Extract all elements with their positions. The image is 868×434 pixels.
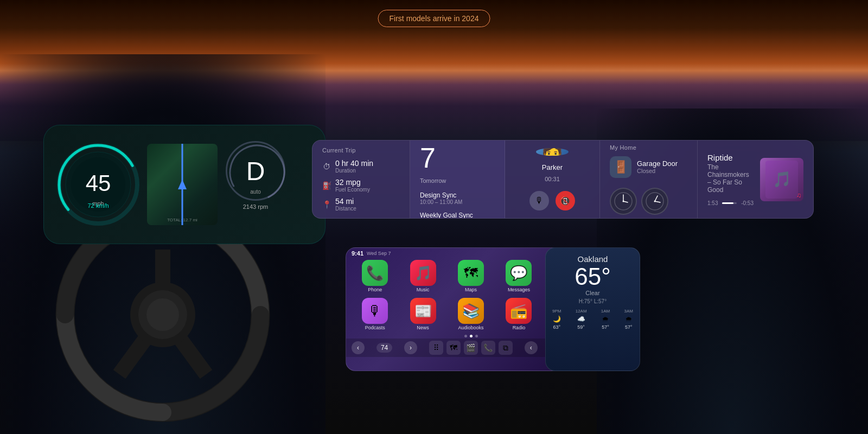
trip-duration-value: 0 hr 40 min [335,159,373,168]
page-dot-3 [475,335,478,337]
home-title: My Home [610,144,687,151]
weather-hour-3-temp: 57° [602,324,609,330]
clock-icon: ⏱ [322,162,331,171]
gear-indicator: D auto 2143 rpm [223,141,288,228]
page-dot-1 [464,335,467,337]
music-title: Riptide [707,153,754,162]
home-item: 🚪 Garage Door Closed [610,156,687,178]
trip-duration-label: Duration [335,168,373,174]
music-info: Riptide The Chainsmokers – So Far So Goo… [707,153,754,206]
event-1-time: 10:00 – 11:00 AM [420,199,495,205]
weather-hour-2-icon: ☁️ [577,315,585,323]
clock-widget-1 [610,188,637,215]
trip-title: Current Trip [322,147,400,154]
end-call-button[interactable]: 📵 [556,191,575,210]
home-clocks [610,188,687,215]
svg-point-20 [654,200,656,202]
app-messages[interactable]: 💬 Messages [496,260,541,292]
app-messages-label: Messages [508,287,530,292]
music-artwork-inner: 🎵 [765,161,798,199]
calendar-event-1: Design Sync 10:00 – 11:00 AM [420,192,495,205]
app-maps-label: Maps [465,287,477,292]
phone-call-icon[interactable]: 📞 [481,341,495,355]
gear-circle: D auto [226,141,285,201]
call-section: 🧑 Parker 00:31 🎙 📵 [505,141,600,218]
music-progress: 1:53 -0:53 [707,200,754,206]
map-display: TOTAL: 12.7 mi [147,144,218,225]
speed-value: 45 [86,172,111,195]
music-content: Riptide The Chainsmokers – So Far So Goo… [707,153,803,206]
phone-grid-icon[interactable]: ⠿ [429,341,443,355]
music-service-icon: ♫ [796,192,801,199]
weather-hour-3-icon: 🌧 [602,315,609,323]
weather-hour-4-icon: 🌧 [626,315,632,323]
speed-km: 72 km/h [87,202,108,209]
app-podcasts-icon: 🎙 [362,298,388,324]
calendar-section: Wednesday 7 Tomorrow Design Sync 10:00 –… [410,141,505,218]
weather-hour-1-time: 9PM [552,309,561,314]
phone-date: Wed Sep 7 [367,251,391,256]
announcement-text: First models arrive in 2024 [390,14,479,23]
app-music[interactable]: 🎵 Music [400,260,445,292]
calendar-tomorrow: Tomorrow [420,177,495,184]
app-phone-icon: 📞 [362,260,388,286]
trip-distance-value: 54 mi [335,197,356,206]
map-nav-arrow [178,180,187,189]
app-phone[interactable]: 📞 Phone [353,260,397,292]
app-books-label: Audiobooks [458,325,483,330]
trip-distance-label: Distance [335,206,356,212]
trip-fuel-label: Fuel Economy [335,187,370,193]
phone-temp-left: 74 [376,343,392,353]
app-podcasts[interactable]: 🎙 Podcasts [353,298,397,330]
weather-hour-4-time: 3AM [624,309,633,314]
phone-bottom-icons: ⠿ 🗺 🎬 📞 ⧉ [429,341,513,355]
svg-line-19 [655,201,660,202]
app-messages-icon: 💬 [506,260,532,286]
trip-fuel-value: 32 mpg [335,178,370,187]
page-dot-2 [470,335,473,337]
weather-hour-1-temp: 63° [553,324,560,330]
trip-distance-row: 📍 54 mi Distance [322,197,400,212]
call-buttons: 🎙 📵 [529,191,575,210]
weather-city: Oakland [552,254,633,264]
calendar-event-2: Weekly Goal Sync 2:30 – 3:30 PM [420,212,495,219]
app-radio[interactable]: 📻 Radio [496,298,541,330]
phone-nav-next-left[interactable]: › [404,341,417,354]
event-2-name: Weekly Goal Sync [420,212,495,219]
weather-hour-3-time: 1AM [601,309,610,314]
music-artist: The Chainsmokers – So Far So Good [707,163,754,194]
trip-fuel-row: ⛽ 32 mpg Fuel Economy [322,178,400,193]
mute-button[interactable]: 🎙 [529,191,549,210]
weather-hour-3: 1AM 🌧 57° [601,309,610,330]
phone-share-icon[interactable]: ⧉ [499,341,513,355]
app-music-icon: 🎵 [410,260,436,286]
app-news-label: News [417,325,429,330]
weather-widget: Oakland 65° Clear H:75° L:57° 9PM 🌙 63° … [545,247,640,371]
app-maps[interactable]: 🗺 Maps [449,260,493,292]
announcement-badge: First models arrive in 2024 [378,10,490,27]
app-books[interactable]: 📚 Audiobooks [449,298,493,330]
app-news-icon: 📰 [410,298,436,324]
phone-nav-prev-right[interactable]: ‹ [525,341,538,354]
phone-nav-prev[interactable]: ‹ [352,341,365,354]
phone-media-icon[interactable]: 🎬 [464,341,478,355]
app-phone-label: Phone [368,287,382,292]
weather-low: L:57° [594,298,607,304]
app-radio-label: Radio [513,325,526,330]
trip-duration-row: ⏱ 0 hr 40 min Duration [322,159,400,174]
phone-time: 9:41 [352,250,363,257]
clock-widget-2 [641,188,668,215]
app-books-icon: 📚 [458,298,484,324]
home-item-name: Garage Door [637,159,678,168]
speedometer: 45 mph 72 km/h [55,141,142,228]
call-duration: 00:31 [545,176,560,182]
app-news[interactable]: 📰 News [400,298,445,330]
fuel-icon: ⛽ [322,181,331,190]
call-name: Parker [542,163,563,171]
weather-hour-2-time: 12AM [576,309,587,314]
music-progress-bar[interactable] [722,202,737,204]
phone-maps-icon[interactable]: 🗺 [446,341,461,355]
music-artwork: 🎵 ♫ [760,158,803,201]
map-text: TOTAL: 12.7 mi [147,218,218,222]
weather-hour-2: 12AM ☁️ 59° [576,309,587,330]
